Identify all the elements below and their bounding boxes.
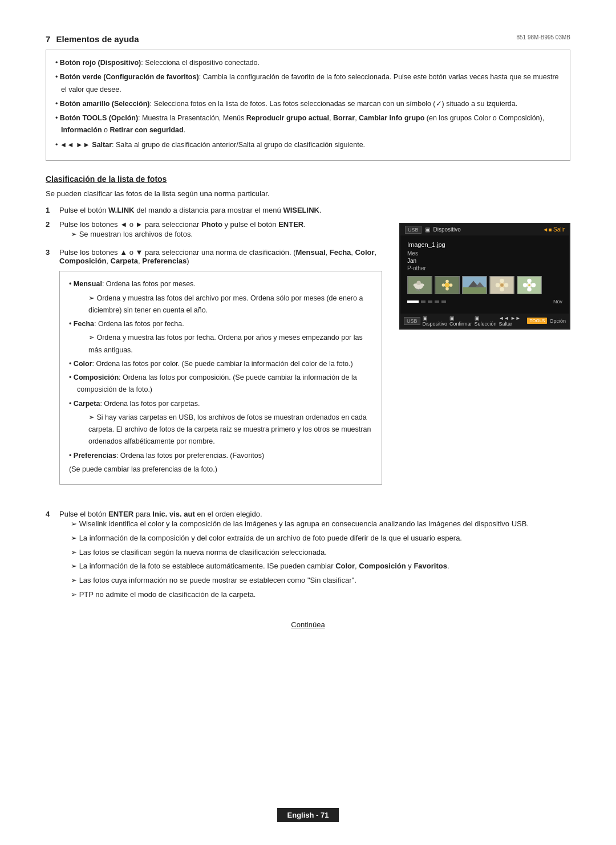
section-7-list: Botón rojo (Dispositivo): Selecciona el …: [55, 57, 561, 151]
tv-thumb-2: [435, 276, 460, 294]
sort-preferencias-detail: (Se puede cambiar las preferencias de la…: [69, 464, 372, 476]
step-4-arrow-5: Las fotos cuya información no se puede m…: [59, 575, 570, 587]
info-item-red-button: Botón rojo (Dispositivo): Selecciona el …: [55, 57, 561, 69]
tv-top-bar: USB ▣ Dispositivo ◄■ Salir: [400, 224, 569, 235]
svg-point-27: [527, 287, 532, 291]
tv-bottom-bar: USB ▣ Dispositivo ▣ Confirmar ▣ Selecció…: [400, 314, 569, 328]
step-1-content: Pulse el botón W.LINK del mando a distan…: [59, 206, 382, 214]
tv-bottom-tools: TOOLS: [527, 318, 547, 324]
tv-jan-label: Jan: [407, 258, 562, 264]
sort-composicion: Composición: Ordena las fotos por compos…: [69, 372, 372, 396]
sort-color: Color: Ordena las fotos por color. (Se p…: [69, 358, 372, 370]
tv-bottom-usb: USB: [404, 317, 420, 325]
svg-rect-5: [416, 289, 418, 291]
step-4-arrow-4: La información de la foto se establece a…: [59, 560, 570, 572]
right-column: USB ▣ Dispositivo ◄■ Salir Imagen_1.jpg …: [399, 206, 570, 501]
tv-bottom-skip: ◄◄ ►► Saltar: [499, 315, 525, 327]
tv-bar-seg-4: [435, 300, 439, 303]
tv-usb-label: USB: [405, 226, 422, 234]
continua-link[interactable]: Continúea: [46, 620, 570, 629]
tv-device-label: Dispositivo: [433, 226, 461, 233]
step-1-text: Pulse el botón W.LINK del mando a distan…: [59, 206, 322, 214]
info-item-skip-button: ◄◄ ►► Saltar: Salta al grupo de clasific…: [55, 139, 561, 151]
sort-box: Mensual: Ordena las fotos por meses. Ord…: [59, 271, 382, 485]
sort-fecha: Fecha: Ordena las fotos por fecha.: [69, 318, 372, 330]
section-7-header: 7 Elementos de ayuda: [46, 34, 570, 44]
step-4-arrow-6: PTP no admite el modo de clasificación d…: [59, 589, 570, 601]
step-2-number: 2: [46, 220, 55, 229]
tv-bar-seg-5: [441, 300, 446, 303]
step-2: 2 Pulse los botones ◄ o ► para seleccion…: [46, 220, 382, 243]
page-number-top: 851 98M-B995 03MB: [516, 34, 570, 40]
classification-section: Clasificación de la lista de fotos Se pu…: [46, 174, 570, 629]
svg-rect-14: [463, 287, 486, 293]
svg-point-23: [500, 283, 504, 287]
step-4-content: Pulse el botón ENTER para Inic. vis. aut…: [59, 510, 570, 603]
svg-point-12: [449, 283, 453, 287]
svg-point-21: [496, 283, 500, 287]
step-2-arrow-1: Se muestran los archivos de fotos.: [59, 229, 382, 241]
tv-thumb-4: [489, 276, 514, 294]
step-4: 4 Pulse el botón ENTER para Inic. vis. a…: [46, 510, 570, 603]
step-4-arrow-1: Wiselink identifica el color y la compos…: [59, 518, 570, 530]
svg-point-20: [500, 287, 504, 291]
tv-bar-seg-2: [421, 300, 425, 303]
info-item-green-button: Botón verde (Configuración de favoritos)…: [55, 71, 561, 96]
section-7-title: Elementos de ayuda: [56, 34, 139, 44]
sort-mensual-detail: Ordena y muestra las fotos del archivo p…: [75, 292, 372, 317]
tv-exit-label: ◄■ Salir: [542, 226, 565, 233]
step-4-text: Pulse el botón ENTER para Inic. vis. aut…: [59, 510, 262, 518]
svg-point-22: [504, 283, 509, 287]
tv-content: Imagen_1.jpg Mes Jan P-other: [400, 235, 569, 314]
page: 851 98M-B995 03MB 7 Elementos de ayuda B…: [0, 0, 616, 845]
step-2-content: Pulse los botones ◄ o ► para seleccionar…: [59, 220, 382, 243]
tv-bar-seg-3: [428, 300, 432, 303]
step-4-arrow-3: Las fotos se clasifican según la nueva n…: [59, 547, 570, 559]
step-3-text: Pulse los botones ▲ o ▼ para seleccionar…: [59, 248, 376, 265]
tv-bar-seg-1: [407, 300, 419, 303]
section-7: 7 Elementos de ayuda Botón rojo (Disposi…: [46, 34, 570, 161]
svg-point-10: [445, 287, 449, 290]
step-3-content: Pulse los botones ▲ o ▼ para seleccionar…: [59, 248, 382, 495]
svg-point-8: [444, 282, 449, 287]
continua-label: Continúea: [291, 620, 325, 629]
step-4-arrow-2: La información de la composición y del c…: [59, 533, 570, 545]
svg-point-11: [442, 283, 445, 287]
step-3: 3 Pulse los botones ▲ o ▼ para seleccion…: [46, 248, 382, 495]
svg-point-30: [528, 284, 530, 286]
left-column: 1 Pulse el botón W.LINK del mando a dist…: [46, 206, 382, 501]
tv-thumbnails: [407, 276, 562, 294]
tv-bottom-device: ▣ Dispositivo: [423, 315, 448, 327]
tv-nov-label: Nov: [553, 299, 562, 304]
tv-month-label: Mes: [407, 250, 562, 257]
svg-rect-6: [419, 289, 420, 291]
svg-point-28: [523, 283, 528, 287]
sort-carpeta: Carpeta: Ordena las fotos por carpetas.: [69, 398, 372, 410]
svg-point-4: [416, 281, 421, 285]
svg-point-26: [527, 278, 532, 283]
section-7-number: 7: [46, 34, 50, 44]
tv-thumb-5: [517, 276, 542, 294]
footer: English - 71: [0, 808, 616, 822]
tv-thumb-1: [407, 276, 432, 294]
step-1-number: 1: [46, 206, 55, 214]
step-2-text: Pulse los botones ◄ o ► para seleccionar…: [59, 220, 306, 229]
sort-mensual: Mensual: Ordena las fotos por meses.: [69, 278, 372, 290]
section-7-info-box: Botón rojo (Dispositivo): Selecciona el …: [46, 50, 570, 161]
step-1: 1 Pulse el botón W.LINK del mando a dist…: [46, 206, 382, 214]
tv-bottom-selection: ▣ Selección: [475, 315, 497, 327]
tv-filename: Imagen_1.jpg: [407, 241, 562, 248]
svg-point-9: [445, 279, 449, 283]
sort-carpeta-detail: Si hay varias carpetas en USB, los archi…: [75, 412, 372, 448]
step-3-number: 3: [46, 248, 55, 257]
tv-device-icon: ▣: [425, 226, 430, 233]
tv-pother-label: P-other: [407, 265, 562, 271]
classification-intro: Se pueden clasificar las fotos de la lis…: [46, 188, 570, 200]
sort-fecha-detail: Ordena y muestra las fotos por fecha. Or…: [75, 332, 372, 356]
info-item-tools-button: Botón TOOLS (Opción): Muestra la Present…: [55, 112, 561, 137]
step-4-number: 4: [46, 510, 55, 518]
svg-point-29: [532, 283, 536, 287]
svg-point-19: [500, 278, 504, 283]
sort-list: Mensual: Ordena las fotos por meses. Ord…: [69, 278, 372, 476]
two-column-layout: 1 Pulse el botón W.LINK del mando a dist…: [46, 206, 570, 501]
